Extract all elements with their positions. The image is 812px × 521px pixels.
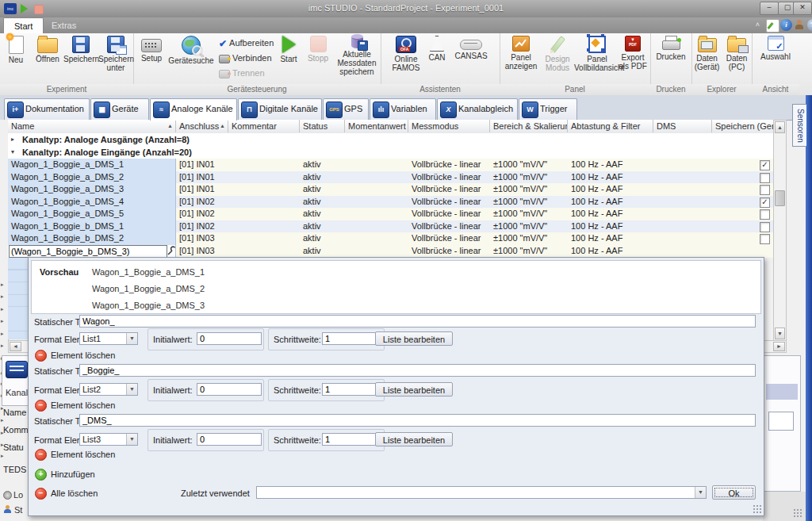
auswahl-button[interactable]: Auswahl <box>756 35 795 82</box>
save-checkbox[interactable] <box>760 234 770 244</box>
chevron-down-icon[interactable]: ▼ <box>695 487 706 498</box>
geraetesuche-button[interactable]: Gerätesuche <box>167 35 216 82</box>
tab-dokumentation[interactable]: i+ Dokumentation <box>4 98 90 120</box>
tab-geraete[interactable]: ▦ Geräte <box>90 98 149 120</box>
add-element-icon[interactable]: + <box>35 469 47 481</box>
cell-abtastung[interactable]: 100 Hz - AAF <box>568 171 653 184</box>
col-header-dms[interactable]: DMS <box>653 120 712 132</box>
col-header-status[interactable]: Status <box>300 120 345 132</box>
user-icon[interactable] <box>794 19 806 31</box>
table-row[interactable]: Wagon_1_Boggie_a_DMS_2 [01] IN01 aktiv V… <box>8 171 773 184</box>
online-famos-button[interactable]: Online FAMOS <box>389 35 423 82</box>
start-button[interactable]: Start <box>274 35 303 82</box>
edit-icon[interactable] <box>766 19 779 33</box>
initialwert-input[interactable] <box>197 383 262 396</box>
ribbon-tab-extras[interactable]: Extras <box>41 17 86 33</box>
cell-anschluss[interactable]: [01] IN01 <box>176 183 228 196</box>
ribbon-tab-start[interactable]: Start <box>3 17 44 34</box>
liste-bearbeiten-button[interactable]: Liste bearbeiten <box>375 331 453 346</box>
delete-element-label[interactable]: Element löschen <box>51 351 115 360</box>
tab-kanalabgleich[interactable]: X Kanalabgleich <box>437 98 518 120</box>
delete-element-icon[interactable]: − <box>35 449 47 461</box>
speichern-button[interactable]: Speichern <box>63 35 98 82</box>
cell-abtastung[interactable]: 100 Hz - AAF <box>568 220 653 233</box>
cell-anschluss[interactable]: [01] IN03 <box>176 245 228 258</box>
static-text-input[interactable] <box>79 414 756 427</box>
liste-bearbeiten-button[interactable]: Liste bearbeiten <box>375 382 453 396</box>
table-row[interactable]: Wagon_1_Boggie_a_DMS_5 [01] IN02 aktiv V… <box>8 208 773 220</box>
cell-anschluss[interactable]: [01] IN02 <box>176 196 228 209</box>
scroll-down-icon[interactable]: ▼ <box>775 328 785 339</box>
delete-all-icon[interactable]: − <box>35 488 47 500</box>
panel-vollbild-button[interactable]: Panel Vollbildansicht <box>574 35 620 82</box>
col-header-bereich[interactable]: Bereich & Skalierung <box>490 120 568 132</box>
cell-name[interactable]: Wagon_1_Boggie_a_DMS_1 <box>8 159 176 171</box>
cell-name[interactable]: Wagon_1_Boggie_a_DMS_5 <box>8 208 176 220</box>
cell-name[interactable]: Wagon_1_Boggie_a_DMS_2 <box>8 171 176 184</box>
can-button[interactable]: CAN <box>423 35 450 82</box>
cell-bereich[interactable]: ±1000 "mV/V" <box>490 220 568 233</box>
col-header-messmodus[interactable]: Messmodus <box>408 120 490 132</box>
save-checkbox[interactable] <box>760 185 770 195</box>
delete-element-icon[interactable]: − <box>35 400 47 412</box>
group-row-analoge-ausgaenge[interactable]: ▸ Kanaltyp: Analoge Ausgänge (Anzahl=8) <box>8 133 773 146</box>
cell-anschluss[interactable]: [01] IN01 <box>176 159 228 171</box>
table-row[interactable]: Wagon_1_Boggie_b_DMS_2 [01] IN03 aktiv V… <box>8 232 773 245</box>
panel-anzeigen-button[interactable]: Panel anzeigen <box>503 35 539 82</box>
tab-trigger[interactable]: W Trigger <box>519 98 577 120</box>
drucken-button[interactable]: Drucken <box>652 35 690 82</box>
cell-abtastung[interactable]: 100 Hz - AAF <box>568 208 653 220</box>
stopp-button[interactable]: Stopp <box>303 35 333 82</box>
initialwert-input[interactable] <box>197 332 262 345</box>
cell-bereich[interactable]: ±1000 "mV/V" <box>490 232 568 245</box>
person-label[interactable]: St <box>14 505 28 515</box>
dialog-resize-grip-icon[interactable] <box>753 504 762 514</box>
cell-messmodus[interactable]: Vollbrücke - linear <box>408 159 490 171</box>
cell-bereich[interactable]: ±1000 "mV/V" <box>490 159 568 171</box>
collapsed-icon[interactable]: ▸ <box>11 133 14 146</box>
cell-name[interactable]: Wagon_1_Boggie_a_DMS_4 <box>8 196 176 209</box>
chevron-down-icon[interactable]: ▼ <box>126 384 137 395</box>
sensoren-tab[interactable]: Sensoren <box>792 104 806 147</box>
delete-element-label[interactable]: Element löschen <box>51 400 115 410</box>
group-row-analoge-eingaenge[interactable]: ▾ Kanaltyp: Analoge Eingänge (Anzahl=20) <box>8 146 773 159</box>
cell-messmodus[interactable]: Vollbrücke - linear <box>408 208 490 220</box>
cell-bereich[interactable]: ±1000 "mV/V" <box>490 171 568 184</box>
daten-geraet-button[interactable]: Daten (Gerät) <box>692 35 722 82</box>
cell-anschluss[interactable]: [01] IN02 <box>176 220 228 233</box>
aufbereiten-button[interactable]: ✔Aufbereiten <box>219 36 274 50</box>
static-text-input[interactable] <box>79 364 756 377</box>
oeffnen-button[interactable]: Öffnen <box>32 35 63 82</box>
tab-gps[interactable]: GPS GPS <box>323 98 369 120</box>
cell-bereich[interactable]: ±1000 "mV/V" <box>490 196 568 209</box>
logbook-icon[interactable] <box>3 491 12 500</box>
save-checkbox[interactable] <box>760 173 770 183</box>
close-button[interactable]: ✕ <box>793 2 812 15</box>
cell-anschluss[interactable]: [01] IN01 <box>176 171 228 184</box>
cell-bereich[interactable]: ±1000 "mV/V" <box>490 183 568 196</box>
col-header-abtastung[interactable]: Abtastung & Filter <box>568 120 653 132</box>
design-modus-button[interactable]: Design Modus <box>541 35 574 82</box>
person-icon[interactable] <box>3 505 11 513</box>
cell-abtastung[interactable]: 100 Hz - AAF <box>568 196 653 209</box>
liste-bearbeiten-button[interactable]: Liste bearbeiten <box>375 432 453 446</box>
chevron-down-icon[interactable]: ▼ <box>126 434 137 445</box>
format-element-select[interactable]: List2 ▼ <box>79 383 138 396</box>
cell-bereich[interactable]: ±1000 "mV/V" <box>490 208 568 220</box>
cansas-button[interactable]: CANSAS <box>450 35 492 82</box>
channel-name-edit-input[interactable] <box>9 245 167 258</box>
save-checkbox[interactable] <box>760 197 770 208</box>
static-text-input[interactable] <box>79 315 756 328</box>
cell-messmodus[interactable]: Vollbrücke - linear <box>408 171 490 184</box>
save-checkbox[interactable] <box>760 222 770 232</box>
messdaten-speichern-button[interactable]: Aktuelle Messdaten speichern <box>333 35 381 82</box>
chevron-down-icon[interactable]: ▼ <box>126 333 137 344</box>
tab-variablen[interactable]: ılı Variablen <box>370 98 436 120</box>
format-element-select[interactable]: List3 ▼ <box>79 433 138 446</box>
tab-analoge-kanaele[interactable]: ≈ Analoge Kanäle <box>150 98 237 121</box>
cell-abtastung[interactable]: 100 Hz - AAF <box>568 159 653 171</box>
setup-button[interactable]: Setup <box>136 35 167 82</box>
cell-name[interactable]: Wagon_1_Boggie_b_DMS_2 <box>8 232 176 245</box>
col-header-name[interactable]: ▲Name <box>8 120 176 132</box>
detail-panel-input[interactable] <box>768 412 794 431</box>
